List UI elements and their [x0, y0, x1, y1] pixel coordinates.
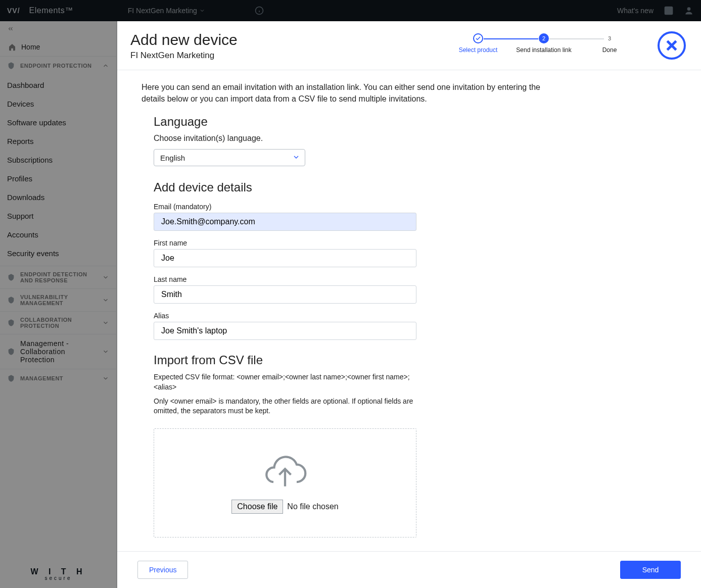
no-file-label: No file chosen [287, 502, 338, 511]
csv-rules-text: Only <owner email> is mandatory, the oth… [154, 397, 416, 416]
csv-format-text: Expected CSV file format: <owner email>;… [154, 372, 416, 392]
modal-title: Add new device [130, 31, 238, 48]
wizard-stepper: Select product 2 Send installation link … [445, 31, 642, 54]
previous-button[interactable]: Previous [137, 561, 188, 579]
language-heading: Language [154, 115, 416, 129]
lastname-label: Last name [154, 275, 416, 283]
language-select[interactable]: English [154, 149, 305, 166]
modal-subtitle: FI NextGen Marketing [130, 51, 238, 61]
firstname-label: First name [154, 239, 416, 247]
step-2[interactable]: 2 Send installation link [511, 33, 577, 54]
modal-footer: Previous Send [117, 551, 701, 588]
close-button[interactable] [658, 31, 686, 60]
step-1-label: Select product [459, 46, 498, 54]
language-helper: Choose invitation(s) language. [154, 134, 416, 143]
firstname-input[interactable] [154, 249, 416, 267]
step-3-num: 3 [604, 33, 615, 43]
add-device-modal: Add new device FI NextGen Marketing Sele… [117, 21, 701, 588]
step-2-num: 2 [539, 33, 549, 43]
send-button[interactable]: Send [620, 561, 681, 579]
check-icon [475, 35, 481, 41]
step-3-label: Done [602, 46, 617, 54]
alias-label: Alias [154, 312, 416, 320]
lastname-input[interactable] [154, 285, 416, 304]
close-icon [664, 38, 679, 53]
csv-heading: Import from CSV file [154, 353, 416, 367]
email-input[interactable] [154, 213, 416, 231]
details-heading: Add device details [154, 180, 416, 194]
step-3: 3 Done [577, 33, 642, 54]
intro-text: Here you can send an email invitation wi… [142, 81, 556, 105]
choose-file-button[interactable]: Choose file [231, 500, 283, 514]
email-label: Email (mandatory) [154, 203, 416, 211]
upload-cloud-icon [262, 452, 308, 492]
modal-header: Add new device FI NextGen Marketing Sele… [117, 21, 701, 70]
step-1[interactable]: Select product [445, 33, 511, 54]
alias-input[interactable] [154, 322, 416, 340]
csv-dropzone[interactable]: Choose file No file chosen [154, 428, 416, 537]
step-2-label: Send installation link [516, 46, 571, 54]
modal-body: Here you can send an email invitation wi… [117, 70, 701, 551]
